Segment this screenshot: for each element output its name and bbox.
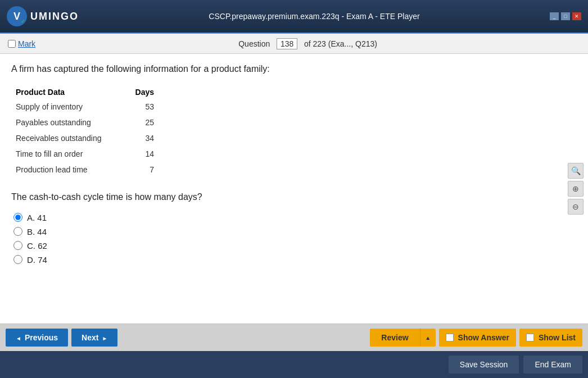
- answer-radio-c[interactable]: [13, 241, 22, 250]
- mark-label[interactable]: Mark: [18, 39, 35, 48]
- answer-label-b: B. 44: [27, 227, 47, 236]
- table-header-days: Days: [135, 85, 154, 99]
- show-answer-label: Show Answer: [458, 333, 509, 342]
- save-session-button[interactable]: Save Session: [449, 356, 519, 374]
- answer-radio-d[interactable]: [13, 255, 22, 264]
- table-row: Production lead time7: [16, 162, 154, 177]
- bottom-actions: Save Session End Exam: [0, 351, 588, 378]
- table-cell-value: 34: [135, 130, 154, 146]
- mark-container: Mark: [8, 39, 35, 48]
- question-info: Question 138 of 223 (Exa..., Q213): [35, 38, 580, 49]
- content-area: A firm has captured the following inform…: [0, 54, 588, 324]
- next-button[interactable]: Next: [71, 329, 117, 347]
- answer-label-c: C. 62: [27, 241, 47, 251]
- window-controls: _ □ ✕: [550, 12, 581, 20]
- answer-label-d: D. 74: [27, 255, 47, 265]
- table-header-product: Product Data: [16, 85, 135, 99]
- table-cell-label: Production lead time: [16, 162, 135, 177]
- review-dropdown-button[interactable]: [420, 329, 436, 347]
- review-group: Review: [370, 329, 435, 347]
- table-cell-value: 53: [135, 99, 154, 115]
- answer-option-c[interactable]: C. 62: [13, 241, 577, 251]
- maximize-button[interactable]: □: [561, 12, 570, 20]
- table-cell-label: Supply of inventory: [16, 99, 135, 115]
- question-label: Question: [238, 39, 270, 48]
- table-cell-value: 7: [135, 162, 154, 177]
- show-list-button[interactable]: Show List: [519, 329, 582, 347]
- logo-icon: V ✓: [7, 6, 27, 26]
- sub-question: The cash-to-cash cycle time is how many …: [11, 191, 577, 203]
- question-of: of 223 (Exa..., Q213): [304, 39, 377, 48]
- next-icon: [102, 333, 107, 342]
- table-cell-label: Receivables outstanding: [16, 130, 135, 146]
- logo-text: UMINGO: [30, 11, 79, 22]
- answer-radio-a[interactable]: [13, 213, 22, 222]
- table-row: Receivables outstanding34: [16, 130, 154, 146]
- window-title: CSCP.prepaway.premium.exam.223q - Exam A…: [79, 12, 550, 21]
- table-row: Payables outstanding25: [16, 115, 154, 130]
- title-bar: V ✓ UMINGO CSCP.prepaway.premium.exam.22…: [0, 0, 588, 34]
- table-cell-label: Payables outstanding: [16, 115, 135, 130]
- next-label: Next: [82, 333, 98, 342]
- show-answer-button[interactable]: Show Answer: [439, 329, 516, 347]
- logo: V ✓ UMINGO: [7, 6, 79, 26]
- main-window: Mark Question 138 of 223 (Exa..., Q213) …: [0, 34, 588, 378]
- answer-option-d[interactable]: D. 74: [13, 255, 577, 265]
- answer-label-a: A. 41: [27, 213, 47, 222]
- minimize-button[interactable]: _: [550, 12, 559, 20]
- previous-label: Previous: [25, 333, 58, 342]
- answer-radio-b[interactable]: [13, 227, 22, 236]
- zoom-in-icon-btn[interactable]: ⊕: [568, 181, 584, 197]
- bottom-nav: Previous Next Review Show Answer Show Li…: [0, 324, 588, 351]
- review-button[interactable]: Review: [370, 329, 419, 347]
- side-icons: 🔍 ⊕ ⊖: [568, 163, 584, 215]
- table-cell-value: 25: [135, 115, 154, 130]
- chevron-up-icon: [425, 334, 431, 341]
- end-exam-button[interactable]: End Exam: [523, 356, 582, 374]
- toolbar: Mark Question 138 of 223 (Exa..., Q213): [0, 34, 588, 54]
- answer-option-b[interactable]: B. 44: [13, 227, 577, 236]
- question-intro: A firm has captured the following inform…: [11, 63, 577, 75]
- question-number: 138: [277, 38, 297, 49]
- mark-checkbox[interactable]: [8, 40, 16, 48]
- previous-icon: [16, 333, 21, 342]
- show-list-checkbox-icon: [526, 334, 534, 341]
- search-icon-btn[interactable]: 🔍: [568, 163, 584, 179]
- table-cell-label: Time to fill an order: [16, 146, 135, 162]
- show-answer-checkbox-icon: [446, 334, 454, 341]
- previous-button[interactable]: Previous: [6, 329, 68, 347]
- answer-options: A. 41B. 44C. 62D. 74: [13, 213, 577, 265]
- show-list-label: Show List: [539, 333, 576, 342]
- table-row: Time to fill an order14: [16, 146, 154, 162]
- table-cell-value: 14: [135, 146, 154, 162]
- close-button[interactable]: ✕: [572, 12, 581, 20]
- zoom-out-icon-btn[interactable]: ⊖: [568, 199, 584, 215]
- product-data-table: Product Data Days Supply of inventory53P…: [16, 85, 154, 177]
- table-row: Supply of inventory53: [16, 99, 154, 115]
- answer-option-a[interactable]: A. 41: [13, 213, 577, 222]
